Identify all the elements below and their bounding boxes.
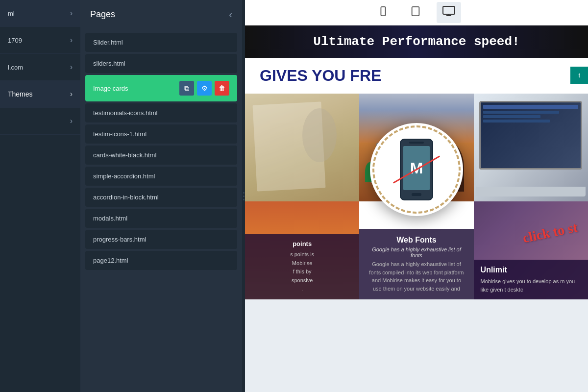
gives-title: GIVES YOU FRE bbox=[260, 67, 573, 85]
page-name-image-cards: Image cards bbox=[93, 85, 179, 92]
page-item-sliders[interactable]: sliders.html bbox=[85, 54, 237, 73]
main-content: Ultimate Performance speed! GIVES YOU FR… bbox=[245, 0, 588, 392]
chevron-icon-3: › bbox=[70, 90, 73, 98]
copy-page-button[interactable]: ⧉ bbox=[179, 81, 194, 96]
page-item-testimonials-icons[interactable]: testimonials-icons.html bbox=[85, 103, 237, 122]
preview-banner: Ultimate Performance speed! bbox=[245, 25, 588, 58]
preview-area: Ultimate Performance speed! GIVES YOU FR… bbox=[245, 25, 588, 392]
center-card-subtitle: Google has a highly exhaustive list of f… bbox=[367, 246, 466, 258]
phone-preview-circle: M bbox=[370, 123, 463, 216]
svg-rect-4 bbox=[443, 6, 455, 14]
chevron-icon-2: › bbox=[70, 63, 73, 72]
tablet-view-button[interactable] bbox=[404, 2, 427, 23]
pages-header: Pages ‹ bbox=[80, 0, 242, 29]
chevron-icon-1: › bbox=[70, 36, 73, 45]
card-center-content: Web Fonts Google has a highly exhaustive… bbox=[359, 229, 473, 299]
page-item-cards-white-black[interactable]: cards-white-black.html bbox=[85, 146, 237, 165]
card-left: points s points isMobirisef this byspons… bbox=[245, 94, 359, 299]
pages-list: Slider.html sliders.html Image cards ⧉ ⚙… bbox=[80, 29, 242, 392]
sidebar-item-1709-text: 1709 bbox=[8, 37, 22, 44]
page-item-testim-icons-1[interactable]: testim-icons-1.html bbox=[85, 124, 237, 144]
chevron-icon-0: › bbox=[70, 9, 73, 18]
three-col-cards: points s points isMobirisef this byspons… bbox=[245, 94, 588, 299]
center-card-title: Web Fonts bbox=[367, 236, 466, 245]
page-item-accordion-in-block[interactable]: accordion-in-block.html bbox=[85, 188, 237, 207]
page-item-actions: ⧉ ⚙ 🗑 bbox=[179, 81, 229, 96]
page-name-testimonials-icons: testimonials-icons.html bbox=[93, 109, 229, 117]
banner-text: Ultimate Performance speed! bbox=[260, 34, 573, 49]
pages-title: Pages bbox=[90, 9, 115, 20]
gives-section: GIVES YOU FRE t bbox=[245, 58, 588, 94]
page-item-slider[interactable]: Slider.html bbox=[85, 33, 237, 52]
page-item-simple-accordion[interactable]: simple-accordion.html bbox=[85, 167, 237, 186]
page-name-testim-icons-1: testim-icons-1.html bbox=[93, 130, 229, 138]
page-name-modals: modals.html bbox=[93, 215, 229, 222]
sidebar-item-ml-text: ml bbox=[8, 10, 15, 17]
page-name-page12: page12.html bbox=[93, 257, 229, 264]
pages-close-button[interactable]: ‹ bbox=[229, 9, 232, 20]
page-name-accordion-in-block: accordion-in-block.html bbox=[93, 194, 229, 201]
page-item-page12[interactable]: page12.html bbox=[85, 251, 237, 270]
page-item-modals[interactable]: modals.html bbox=[85, 209, 237, 228]
desktop-view-button[interactable] bbox=[437, 2, 461, 23]
preview-page: Ultimate Performance speed! GIVES YOU FR… bbox=[245, 25, 588, 299]
right-card-title: Unlimit bbox=[481, 266, 581, 274]
right-card-body: Mobirise gives you to develop as m you l… bbox=[481, 277, 581, 294]
sidebar: ml › 1709 › l.com › Themes › › bbox=[0, 0, 80, 392]
page-name-simple-accordion: simple-accordion.html bbox=[93, 172, 229, 180]
sidebar-item-extra[interactable]: › bbox=[0, 108, 80, 135]
mobile-view-button[interactable] bbox=[372, 2, 394, 23]
chevron-icon-4: › bbox=[70, 117, 73, 125]
sidebar-item-themes-text: Themes bbox=[8, 90, 33, 98]
sidebar-item-com[interactable]: l.com › bbox=[0, 54, 80, 81]
device-toolbar bbox=[245, 0, 588, 25]
pages-panel: Pages ‹ Slider.html sliders.html Image c… bbox=[80, 0, 242, 392]
sidebar-item-ml[interactable]: ml › bbox=[0, 0, 80, 27]
page-name-cards-white-black: cards-white-black.html bbox=[93, 151, 229, 159]
delete-page-button[interactable]: 🗑 bbox=[215, 81, 229, 96]
left-card-points-body: s points isMobirisef this bysponsive. bbox=[252, 250, 352, 294]
sidebar-item-com-text: l.com bbox=[8, 64, 23, 71]
page-item-progress-bars[interactable]: progress-bars.html bbox=[85, 230, 237, 249]
splitter-dot-3 bbox=[243, 199, 245, 200]
center-card-body: Google has a highly exhaustive list of f… bbox=[367, 260, 466, 293]
card-left-content: points s points isMobirisef this byspons… bbox=[245, 234, 359, 299]
svg-rect-0 bbox=[381, 7, 385, 16]
left-card-points-title: points bbox=[252, 240, 352, 247]
sidebar-item-1709[interactable]: 1709 › bbox=[0, 27, 80, 54]
page-name-slider: Slider.html bbox=[93, 39, 229, 46]
preview-scroll-container[interactable]: Ultimate Performance speed! GIVES YOU FR… bbox=[245, 25, 588, 392]
settings-page-button[interactable]: ⚙ bbox=[197, 81, 212, 96]
splitter-dot-2 bbox=[243, 196, 245, 197]
card-right-content: Unlimit Mobirise gives you to develop as… bbox=[474, 260, 588, 299]
page-name-progress-bars: progress-bars.html bbox=[93, 236, 229, 243]
sidebar-item-themes[interactable]: Themes › bbox=[0, 81, 80, 108]
page-item-image-cards[interactable]: Image cards ⧉ ⚙ 🗑 bbox=[85, 75, 237, 101]
card-right: Unlimit Mobirise gives you to develop as… bbox=[474, 94, 588, 299]
svg-rect-2 bbox=[412, 7, 419, 16]
splitter-dots bbox=[243, 192, 245, 200]
splitter-dot-1 bbox=[243, 192, 245, 194]
teal-button[interactable]: t bbox=[570, 67, 588, 84]
page-name-sliders: sliders.html bbox=[93, 60, 229, 67]
